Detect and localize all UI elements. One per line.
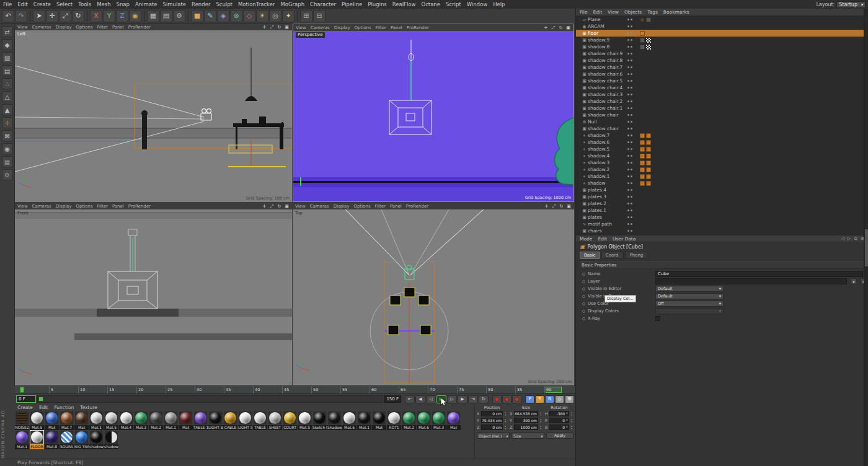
autokey-button[interactable] (502, 395, 512, 403)
attribute-input[interactable] (655, 278, 847, 284)
viewport-menu-view[interactable]: View (17, 204, 28, 209)
orange-dots-tag-icon[interactable] (640, 167, 645, 172)
render-visibility-dot[interactable] (631, 25, 632, 27)
editor-visibility-dot[interactable] (627, 114, 629, 116)
object-row[interactable]: ⌖shadow.3 (576, 159, 868, 166)
lock-icon[interactable]: ⊙ (854, 236, 857, 241)
render-visibility-dot[interactable] (631, 169, 632, 170)
orange-dots-tag-icon[interactable] (640, 147, 645, 152)
maximize-view-icon[interactable]: ▣ (284, 204, 290, 209)
object-row[interactable]: ▣shadow.9 (576, 37, 868, 43)
orange-dots-tag-icon[interactable] (646, 154, 651, 159)
pan-view-icon[interactable]: ✛ (262, 204, 267, 209)
render-visibility-dot[interactable] (631, 100, 632, 102)
viewport-menu-prorender[interactable]: ProRender (128, 25, 151, 30)
material-item[interactable]: Mat.9 (30, 411, 44, 430)
material-item[interactable]: Mat (74, 411, 89, 430)
om-menu-file[interactable]: File (580, 9, 588, 15)
om-menu-view[interactable]: View (608, 9, 619, 15)
viewport-menu-panel[interactable]: Panel (391, 25, 402, 30)
viewport-menu-panel[interactable]: Panel (390, 204, 402, 209)
coord-stepper[interactable]: ▴▾ (539, 418, 542, 423)
render-visibility-dot[interactable] (631, 19, 632, 20)
material-menu-texture[interactable]: Texture (80, 405, 97, 410)
timeline-tick[interactable]: 70 (428, 386, 435, 393)
attribute-select[interactable]: Default▾ (655, 293, 724, 299)
camera-icon[interactable]: ◎ (269, 10, 281, 22)
editor-visibility-dot[interactable] (627, 230, 629, 232)
orange-dots-tag-icon[interactable] (640, 160, 645, 165)
editor-visibility-dot[interactable] (627, 39, 629, 41)
menu-character[interactable]: Character (310, 1, 336, 7)
menu-create[interactable]: Create (33, 1, 51, 7)
om-menu-bookmarks[interactable]: Bookmarks (663, 9, 689, 15)
material-item[interactable]: Mat (45, 411, 59, 430)
rotate-icon[interactable]: ↻ (72, 10, 84, 22)
timeline-tick[interactable]: 10 (78, 386, 85, 393)
keyframe-dot[interactable] (582, 280, 585, 283)
render-visibility-dot[interactable] (631, 230, 632, 232)
attribute-select[interactable]: Off▾ (655, 301, 724, 307)
menu-select[interactable]: Select (56, 1, 73, 7)
render-view-icon[interactable]: ▦ (147, 10, 159, 22)
om-menu-tags[interactable]: Tags (647, 9, 658, 15)
live-selection-icon[interactable]: ➤ (33, 10, 45, 22)
coord-value-field[interactable]: 300 cm (514, 418, 538, 423)
viewport-menu-filter[interactable]: Filter (97, 204, 108, 209)
viewport-menu-display[interactable]: Display (334, 204, 350, 209)
timeline-tick[interactable]: 50 (311, 386, 318, 393)
undo-icon[interactable]: ↶ (2, 10, 14, 22)
panel-scrollbar[interactable] (864, 9, 868, 466)
menu-edit[interactable]: Edit (17, 1, 27, 7)
viewport-menu-cameras[interactable]: Cameras (311, 25, 330, 30)
render-visibility-dot[interactable] (631, 59, 632, 61)
tab-coord[interactable]: Coord. (601, 252, 624, 259)
object-row[interactable]: ▣shadow chair.4 (576, 84, 868, 91)
viewport-top-canvas[interactable]: Top (293, 209, 574, 385)
object-row[interactable]: ▣shadow chair (576, 125, 868, 132)
viewport-left-canvas[interactable]: Left (15, 30, 292, 202)
material-item[interactable]: Shadow (327, 411, 342, 430)
workplane-mode-icon[interactable]: ▤ (2, 65, 13, 76)
render-visibility-dot[interactable] (631, 46, 632, 48)
timeline-tick[interactable]: 30 (195, 386, 202, 393)
viewport-menu-options[interactable]: Options (76, 204, 93, 209)
editor-visibility-dot[interactable] (627, 134, 629, 136)
editor-visibility-dot[interactable] (627, 121, 629, 123)
keyframe-rotation-button[interactable]: R (545, 395, 554, 403)
object-row[interactable]: ⌖shadow.5 (576, 146, 868, 152)
material-item[interactable]: Mat.3 (432, 411, 446, 430)
display-mode-icon[interactable]: ⊞ (300, 10, 312, 22)
edges-mode-icon[interactable]: △ (2, 91, 13, 102)
object-row[interactable]: ▣plates.2 (576, 200, 868, 207)
viewport-menu-display[interactable]: Display (56, 25, 72, 30)
material-menu-create[interactable]: Create (17, 405, 33, 410)
menu-animate[interactable]: Animate (135, 1, 157, 7)
viewport-menu-cameras[interactable]: Cameras (32, 25, 51, 30)
keyframe-scale-button[interactable]: S (535, 395, 544, 403)
material-item[interactable]: Mat.7 (60, 411, 74, 430)
material-item[interactable]: Mat.3 (134, 411, 148, 430)
zoom-view-icon[interactable]: ⤢ (551, 204, 557, 209)
object-row[interactable]: ▣shadow chair.1 (576, 105, 868, 112)
dark-tag-icon[interactable] (640, 38, 645, 43)
primitive-cube-icon[interactable]: ■ (191, 10, 203, 22)
render-visibility-dot[interactable] (631, 107, 632, 109)
material-item[interactable]: COURT (283, 411, 297, 430)
layout-mode-icon[interactable]: ⊟ (313, 10, 326, 22)
orange-dots-tag-icon[interactable] (646, 167, 651, 172)
material-item[interactable]: FLOOR (30, 431, 44, 449)
render-visibility-dot[interactable] (631, 114, 632, 116)
keyframe-dot[interactable] (582, 310, 585, 313)
editor-visibility-dot[interactable] (627, 59, 629, 61)
editor-visibility-dot[interactable] (627, 73, 629, 75)
nav-forward-icon[interactable]: ▷ (848, 236, 851, 241)
move-icon[interactable]: ✛ (46, 10, 58, 22)
prev-key-button[interactable]: ◀ (415, 395, 425, 403)
editor-visibility-dot[interactable] (627, 209, 629, 211)
coord-mode-select[interactable]: Object (Rel.)▾ (477, 433, 510, 439)
viewport-front-canvas[interactable]: Front (15, 209, 292, 385)
viewport-filter-icon[interactable]: ▦ (2, 156, 13, 167)
object-row[interactable]: ⌖shadow.7 (576, 132, 868, 139)
material-item[interactable]: TABLE 1 (193, 411, 208, 430)
